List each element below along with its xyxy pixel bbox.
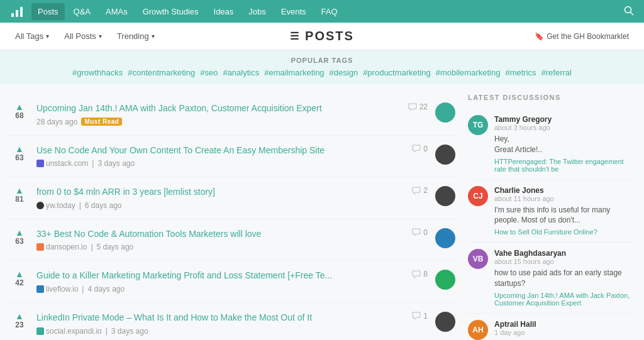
nav-link-faq[interactable]: FAQ [315,3,344,20]
nav-link-amas[interactable]: AMAs [99,3,134,20]
nav-link-ideas[interactable]: Ideas [208,3,240,20]
discussion-link[interactable]: Upcoming Jan 14th.! AMA with Jack Paxton… [494,292,634,307]
trending-dropdown[interactable]: Trending ▾ [112,29,160,43]
source-favicon [36,202,44,209]
upvote-arrow[interactable]: ▲ [15,312,24,321]
discussion-item: VB Vahe Baghdasaryan about 15 hours ago … [468,243,634,314]
discussion-content: Tammy Gregory about 3 hours ago Hey,Grea… [494,115,634,173]
vote-column: ▲ 63 [10,228,29,246]
post-title[interactable]: LinkedIn Private Mode – What Is It and H… [36,312,312,322]
tag-link[interactable]: #mobilemarketing [436,68,501,77]
post-separator: | [79,201,81,210]
source-favicon [36,243,44,251]
comment-icon [412,187,421,195]
source-favicon [36,327,44,335]
post-title[interactable]: from 0 to $4 mln ARR in 3 years [lemlist… [36,187,215,197]
comment-count: 2 [423,186,428,195]
vote-column: ▲ 81 [10,186,29,204]
bookmarklet-label: Get the GH Bookmarklet [547,32,629,41]
svg-line-4 [631,12,634,15]
toolbar: All Tags ▾ All Posts ▾ Trending ▾ ☰ POST… [0,23,644,50]
bookmark-icon: 🔖 [535,32,544,41]
tag-link[interactable]: #productmarketing [363,68,431,77]
source-label: dansopen.io [46,243,87,251]
discussion-link[interactable]: HTTPerengaged: The Twitter engagement ra… [494,158,634,173]
post-meta: liveflow.io | 4 days ago [36,285,397,293]
vote-column: ▲ 23 [10,312,29,329]
post-title[interactable]: 33+ Best No Code & Automation Tools Mark… [36,229,261,239]
comment-col: 22 [405,102,428,111]
tag-link[interactable]: #seo [200,68,218,77]
post-age: 6 days ago [85,201,122,210]
bookmarklet-button[interactable]: 🔖 Get the GH Bookmarklet [530,30,634,43]
comment-col: 0 [405,228,428,237]
discussion-author: Aptrail Halil [494,320,634,329]
post-title[interactable]: Upcoming Jan 14th.! AMA with Jack Paxton… [36,103,322,113]
comment-count: 1 [423,312,428,321]
post-item: ▲ 81 from 0 to $4 mln ARR in 3 years [le… [10,177,458,219]
comment-col: 0 [405,145,428,153]
nav-link-posts[interactable]: Posts [31,3,65,20]
upvote-arrow[interactable]: ▲ [15,270,24,278]
avatar [435,145,455,165]
vote-count: 42 [15,278,23,287]
post-separator: | [91,243,92,251]
avatar-col [435,145,458,165]
tag-link[interactable]: #analytics [223,68,259,77]
nav-link-q&a[interactable]: Q&A [67,3,97,20]
tag-link[interactable]: #referral [541,68,572,77]
discussion-text: Hey,Great Article!.. [494,134,634,155]
upvote-arrow[interactable]: ▲ [15,186,24,195]
comment-icon [408,103,417,111]
upvote-arrow[interactable]: ▲ [15,228,24,237]
must-read-badge: Must Read [81,118,122,126]
source-label: liveflow.io [46,285,78,293]
tag-link[interactable]: #design [330,68,358,77]
upvote-arrow[interactable]: ▲ [15,102,24,111]
post-title[interactable]: Use No Code And Your Own Content To Crea… [36,145,325,155]
post-age: 3 days ago [111,327,148,336]
logo[interactable] [10,4,24,18]
discussion-link[interactable]: How to Sell Old Furniture Online? [494,228,634,236]
comment-count: 22 [419,102,428,111]
tag-link[interactable]: #contentmarketing [128,68,195,77]
tag-link[interactable]: #emailmarketing [264,68,324,77]
comment-icon [412,270,421,278]
popular-tags-title: POPULAR TAGS [10,57,634,64]
source-label: social.expandi.io [46,327,102,336]
all-tags-dropdown[interactable]: All Tags ▾ [10,29,54,43]
comment-icon [412,228,421,236]
avatar [435,312,455,332]
discussion-time: about 3 hours ago [494,124,634,131]
post-separator: | [82,285,84,293]
tag-link[interactable]: #metrics [505,68,536,77]
nav-link-events[interactable]: Events [275,3,313,20]
page-title: POSTS [305,29,354,43]
avatar [435,102,455,123]
comment-icon [412,145,421,153]
chevron-down-icon: ▾ [152,33,155,40]
all-tags-label: All Tags [15,31,43,41]
post-content: 33+ Best No Code & Automation Tools Mark… [36,228,397,252]
post-source: social.expandi.io [36,327,102,336]
discussion-author: Charlie Jones [494,186,634,195]
post-meta: social.expandi.io | 3 days ago [36,327,397,336]
discussion-time: 1 day ago [494,329,634,336]
discussion-avatar: AH [468,320,488,340]
toolbar-left: All Tags ▾ All Posts ▾ Trending ▾ [10,29,530,43]
nav-link-growth-studies[interactable]: Growth Studies [136,3,205,20]
discussion-author: Tammy Gregory [494,115,634,124]
avatar [435,270,455,290]
posts-section: ▲ 68 Upcoming Jan 14th.! AMA with Jack P… [0,84,468,340]
comment-col: 2 [405,186,428,195]
navbar: PostsQ&AAMAsGrowth StudiesIdeasJobsEvent… [0,0,644,23]
upvote-arrow[interactable]: ▲ [15,145,24,153]
nav-link-jobs[interactable]: Jobs [242,3,272,20]
all-posts-dropdown[interactable]: All Posts ▾ [59,29,107,43]
search-icon[interactable] [624,6,634,18]
sidebar-title: LATEST DISCUSSIONS [468,94,634,101]
post-meta: yw.today | 6 days ago [36,201,397,210]
post-title[interactable]: Guide to a Killer Marketing Marketing Pr… [36,270,332,280]
tag-link[interactable]: #growthhacks [72,68,123,77]
vote-column: ▲ 63 [10,145,29,162]
